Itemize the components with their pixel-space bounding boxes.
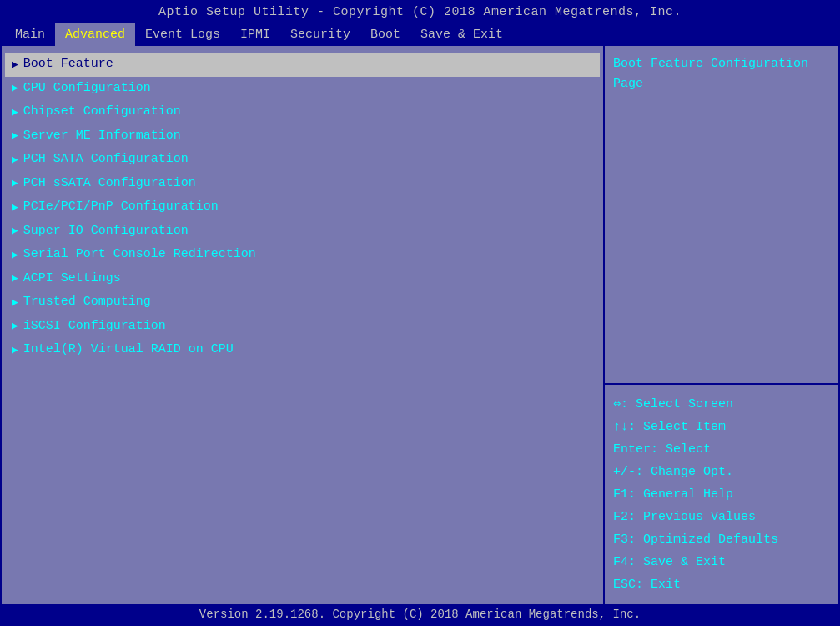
key-hint: ↑↓: Select Item <box>613 416 830 438</box>
menu-item[interactable]: ▶Serial Port Console Redirection <box>5 243 600 267</box>
menu-arrow-icon: ▶ <box>12 57 18 73</box>
menu-arrow-icon: ▶ <box>12 342 18 359</box>
menu-item-label: ACPI Settings <box>23 270 121 289</box>
menu-item-label: PCH sSATA Configuration <box>23 174 196 194</box>
key-hint: +/-: Change Opt. <box>613 461 830 483</box>
nav-tab-event-logs[interactable]: Event Logs <box>135 23 230 46</box>
menu-item[interactable]: ▶Chipset Configuration <box>5 100 600 124</box>
menu-item[interactable]: ▶CPU Configuration <box>5 77 600 101</box>
menu-item[interactable]: ▶ACPI Settings <box>5 267 600 291</box>
menu-item[interactable]: ▶PCH sSATA Configuration <box>5 172 600 196</box>
key-hint: ESC: Exit <box>613 573 830 596</box>
menu-arrow-icon: ▶ <box>12 295 18 311</box>
title-text: Aptio Setup Utility - Copyright (C) 2018… <box>158 5 682 19</box>
menu-arrow-icon: ▶ <box>12 175 18 192</box>
key-hint: F2: Previous Values <box>613 506 830 528</box>
info-keys: ⇔: Select Screen↑↓: Select ItemEnter: Se… <box>605 385 838 604</box>
menu-item[interactable]: ▶Boot Feature <box>5 53 600 77</box>
nav-tab-security[interactable]: Security <box>280 23 360 46</box>
menu-item[interactable]: ▶PCIe/PCI/PnP Configuration <box>5 195 600 220</box>
menu-item-label: Serial Port Console Redirection <box>23 245 256 265</box>
menu-arrow-icon: ▶ <box>12 104 18 121</box>
footer: Version 2.19.1268. Copyright (C) 2018 Am… <box>2 604 838 624</box>
menu-arrow-icon: ▶ <box>12 247 18 264</box>
main-content: ▶Boot Feature▶CPU Configuration▶Chipset … <box>2 46 838 604</box>
menu-item-label: Super IO Configuration <box>23 222 189 241</box>
nav-bar: MainAdvancedEvent LogsIPMISecurityBootSa… <box>2 23 838 46</box>
nav-tab-advanced[interactable]: Advanced <box>55 23 135 46</box>
menu-item-label: iSCSI Configuration <box>23 317 166 336</box>
menu-item[interactable]: ▶iSCSI Configuration <box>5 315 600 339</box>
nav-tab-ipmi[interactable]: IPMI <box>230 23 280 46</box>
menu-item-label: Boot Feature <box>23 55 113 74</box>
menu-panel: ▶Boot Feature▶CPU Configuration▶Chipset … <box>2 46 605 604</box>
menu-item[interactable]: ▶Intel(R) Virtual RAID on CPU <box>5 338 600 362</box>
menu-item-label: CPU Configuration <box>23 79 151 98</box>
key-hint: Enter: Select <box>613 438 830 461</box>
menu-item[interactable]: ▶Super IO Configuration <box>5 220 600 244</box>
info-panel: Boot Feature Configuration Page ⇔: Selec… <box>605 46 838 604</box>
menu-item[interactable]: ▶PCH SATA Configuration <box>5 148 600 172</box>
title-bar: Aptio Setup Utility - Copyright (C) 2018… <box>2 2 838 23</box>
key-hint: F1: General Help <box>613 483 830 506</box>
menu-arrow-icon: ▶ <box>12 318 18 335</box>
nav-tab-save--exit[interactable]: Save & Exit <box>410 23 513 46</box>
menu-item[interactable]: ▶Trusted Computing <box>5 290 600 315</box>
menu-item-label: Chipset Configuration <box>23 103 181 122</box>
menu-arrow-icon: ▶ <box>12 270 18 287</box>
menu-arrow-icon: ▶ <box>12 80 18 97</box>
nav-tab-boot[interactable]: Boot <box>360 23 410 46</box>
menu-arrow-icon: ▶ <box>12 223 18 240</box>
key-hint: F4: Save & Exit <box>613 551 830 573</box>
menu-item[interactable]: ▶Server ME Information <box>5 124 600 149</box>
footer-text: Version 2.19.1268. Copyright (C) 2018 Am… <box>199 608 641 621</box>
key-hint: ⇔: Select Screen <box>613 393 830 416</box>
menu-item-label: Intel(R) Virtual RAID on CPU <box>23 341 234 360</box>
menu-arrow-icon: ▶ <box>12 199 18 216</box>
menu-item-label: PCIe/PCI/PnP Configuration <box>23 198 219 217</box>
info-description: Boot Feature Configuration Page <box>605 46 838 385</box>
menu-item-label: Server ME Information <box>23 127 181 146</box>
menu-item-label: Trusted Computing <box>23 293 151 312</box>
menu-item-label: PCH SATA Configuration <box>23 150 189 169</box>
menu-arrow-icon: ▶ <box>12 128 18 144</box>
nav-tab-main[interactable]: Main <box>5 23 55 46</box>
bios-screen: Aptio Setup Utility - Copyright (C) 2018… <box>0 0 840 626</box>
menu-arrow-icon: ▶ <box>12 152 18 169</box>
key-hint: F3: Optimized Defaults <box>613 528 830 551</box>
